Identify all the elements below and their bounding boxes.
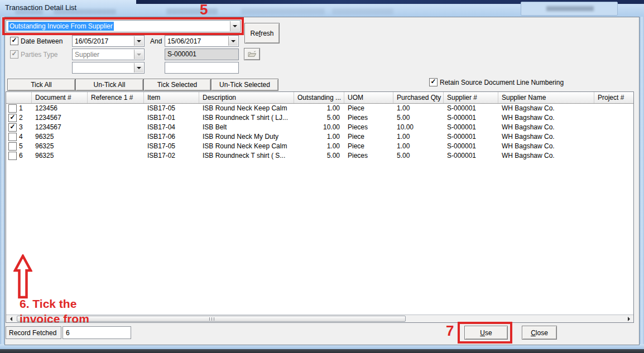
scroll-left-button[interactable] [7, 316, 15, 322]
annotation-step5-number: 5 [200, 1, 208, 17]
cell-item: ISB17-02 [144, 151, 199, 161]
column-header[interactable]: Reference 1 # [88, 92, 144, 103]
row-number: 5 [19, 142, 23, 151]
cell-supplier_no: S-000001 [444, 142, 498, 151]
annotation-up-arrow-icon [13, 254, 32, 299]
chevron-down-icon [231, 40, 236, 42]
cell-description: ISB Roundneck T shirt ( S... [199, 151, 294, 161]
table-row[interactable]: 696325ISB17-02ISB Roundneck T shirt ( S.… [6, 151, 633, 161]
cell-uom: Piece [344, 132, 393, 142]
date-between-label: Date Between [21, 37, 63, 45]
parties-type-combobox: Supplier [72, 49, 145, 60]
cell-supplier_name: WH Bagshaw Co. [498, 151, 594, 161]
date-from-combobox[interactable]: 16/05/2017 [72, 35, 145, 47]
record-fetched-value: 6 [66, 329, 70, 337]
table-row[interactable]: 496325ISB17-06ISB Round Neck My Duty1.00… [6, 132, 633, 142]
background-blur-shape [546, 6, 594, 11]
row-number: 6 [19, 151, 23, 161]
column-header[interactable]: Supplier Name [498, 92, 594, 103]
extra-filter-combobox[interactable] [72, 62, 145, 74]
annotation-step5-box [2, 17, 244, 35]
window-border-right [640, 17, 644, 349]
background-blur-shape [241, 8, 325, 14]
untick-all-button[interactable]: Un-Tick All [75, 79, 143, 91]
horizontal-scrollbar[interactable] [6, 315, 633, 322]
background-blur-shape [166, 8, 218, 14]
column-header[interactable]: Supplier # [444, 92, 498, 103]
row-checkbox[interactable] [8, 104, 17, 113]
cell-qty: 1.00 [393, 132, 444, 142]
row-number: 2 [19, 113, 23, 123]
column-header[interactable] [6, 92, 32, 103]
table-row[interactable]: ✓21234567ISB17-01ISB Roundneck T shirt (… [6, 113, 633, 123]
transaction-table: Document #Reference 1 #ItemDescriptionOu… [6, 91, 634, 323]
table-header-row: Document #Reference 1 #ItemDescriptionOu… [6, 92, 633, 104]
scroll-right-icon [628, 317, 630, 321]
row-checkbox[interactable] [8, 152, 17, 160]
cell-project [594, 142, 633, 151]
cell-uom: Pieces [344, 123, 393, 132]
tick-all-button[interactable]: Tick All [7, 79, 75, 91]
column-header[interactable]: Description [199, 92, 294, 103]
cell-outstanding: 1.00 [294, 104, 344, 113]
cell-item: ISB17-04 [144, 123, 199, 132]
cell-description: ISB Belt [199, 123, 294, 132]
scrollbar-grip [209, 317, 210, 321]
cell-item: ISB17-05 [144, 104, 199, 113]
cell-uom: Piece [344, 142, 393, 151]
table-row[interactable]: 1123456ISB17-05ISB Round Neck Keep Calm1… [6, 104, 633, 113]
refresh-button[interactable]: Refresh [244, 23, 280, 43]
background-blur-shape [332, 8, 393, 14]
date-to-value: 15/06/2017 [166, 36, 228, 46]
row-checkbox[interactable]: ✓ [8, 114, 17, 122]
window-border-left [0, 17, 4, 349]
cell-outstanding: 10.00 [294, 123, 344, 132]
untick-selected-button[interactable]: Un-Tick Selected [211, 79, 278, 91]
party-code-field: S-000001 [165, 49, 239, 60]
cell-description: ISB Round Neck My Duty [199, 132, 294, 142]
date-between-checkbox[interactable]: ✓ [10, 37, 18, 45]
cell-outstanding: 5.00 [294, 113, 344, 123]
cell-supplier_no: S-000001 [444, 151, 498, 161]
column-header[interactable]: Outstanding ... [294, 92, 344, 103]
close-button-label: Close [531, 329, 548, 337]
date-from-dropdown-button[interactable] [134, 36, 143, 46]
extra-filter-field[interactable] [165, 62, 239, 74]
annotation-step7-number: 7 [446, 322, 454, 340]
scroll-right-button[interactable] [625, 316, 632, 322]
chevron-down-icon [137, 67, 141, 69]
column-header[interactable]: Purchased Qty [393, 92, 444, 103]
column-header[interactable]: Item [144, 92, 199, 103]
cell-reference [88, 151, 144, 161]
table-row[interactable]: 596325ISB17-05ISB Round Neck Keep Calm1.… [6, 142, 633, 151]
cell-outstanding: 1.00 [294, 132, 344, 142]
cell-project [594, 132, 633, 142]
cell-reference [88, 113, 144, 123]
tick-selected-button[interactable]: Tick Selected [143, 79, 211, 91]
retain-line-numbering-checkbox[interactable]: ✓ [429, 78, 438, 86]
table-body: 1123456ISB17-05ISB Round Neck Keep Calm1… [6, 104, 633, 161]
column-header[interactable]: Document # [32, 92, 88, 103]
cell-supplier_no: S-000001 [444, 113, 498, 123]
cell-item: ISB17-01 [144, 113, 199, 123]
cell-qty: 1.00 [393, 104, 444, 113]
cell-supplier_name: WH Bagshaw Co. [498, 123, 594, 132]
close-button[interactable]: Close [522, 326, 557, 340]
cell-uom: Piece [344, 104, 393, 113]
extra-filter-dropdown-button[interactable] [134, 63, 143, 72]
table-row[interactable]: ✓31234567ISB17-04ISB Belt10.00Pieces10.0… [6, 123, 633, 132]
column-header[interactable]: UOM [344, 92, 393, 103]
row-checkbox[interactable] [8, 133, 17, 141]
cell-document: 1234567 [32, 113, 88, 123]
cell-project [594, 113, 633, 123]
scrollbar-grip [214, 317, 214, 321]
row-checkbox[interactable] [8, 142, 17, 151]
column-header[interactable]: Project # [594, 92, 633, 103]
date-to-combobox[interactable]: 15/06/2017 [165, 35, 239, 47]
cell-qty: 5.00 [393, 151, 444, 161]
cell-supplier_name: WH Bagshaw Co. [498, 142, 594, 151]
cell-uom: Pieces [344, 151, 393, 161]
row-checkbox[interactable]: ✓ [8, 123, 17, 132]
browse-party-button [244, 48, 260, 60]
date-to-dropdown-button[interactable] [228, 36, 238, 46]
